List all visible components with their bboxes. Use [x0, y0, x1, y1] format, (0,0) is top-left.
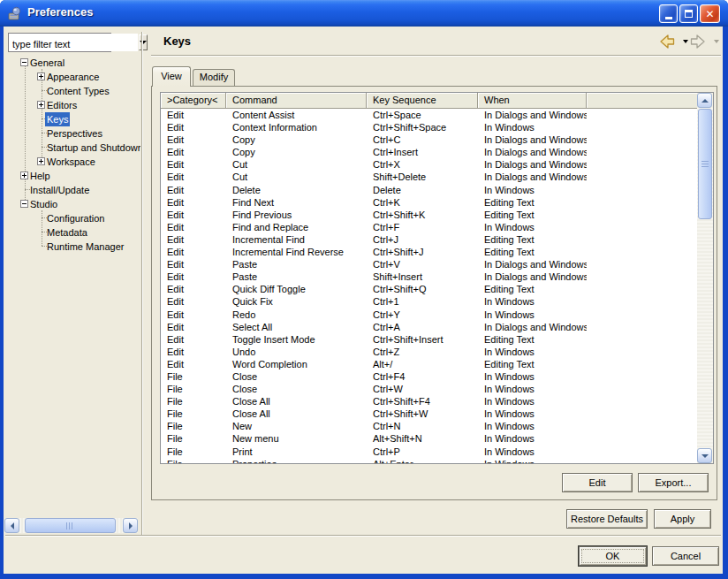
table-row[interactable]: EditFind PreviousCtrl+Shift+KEditing Tex…: [161, 209, 697, 221]
table-cell: Edit: [161, 283, 226, 295]
maximize-button[interactable]: [679, 4, 698, 23]
scrollbar-track[interactable]: [697, 108, 713, 448]
table-cell: [587, 446, 697, 458]
tree-item-perspectives[interactable]: Perspectives: [4, 126, 140, 140]
table-cell: Edit: [161, 309, 226, 321]
table-row[interactable]: EditQuick FixCtrl+1In Windows: [161, 295, 697, 308]
ok-button[interactable]: OK: [579, 546, 647, 566]
table-row[interactable]: FileClose AllCtrl+Shift+WIn Windows: [161, 408, 697, 420]
collapse-icon[interactable]: [20, 200, 28, 208]
cancel-button[interactable]: Cancel: [652, 546, 719, 566]
scrollbar-thumb[interactable]: [698, 109, 712, 219]
edit-button[interactable]: Edit: [562, 473, 633, 492]
close-button[interactable]: ✕: [700, 4, 720, 23]
table-cell: [587, 109, 697, 121]
table-row[interactable]: EditCopyCtrl+CIn Dialogs and Windows: [161, 133, 697, 146]
tree-item-label: Keys: [45, 112, 70, 126]
minimize-button[interactable]: [659, 4, 678, 23]
export-button[interactable]: Export...: [638, 473, 709, 492]
scroll-up-button[interactable]: [697, 93, 712, 108]
tab-modify[interactable]: Modify: [193, 69, 235, 86]
table-row[interactable]: EditRedoCtrl+YIn Windows: [161, 309, 697, 321]
table-cell: Editing Text: [478, 233, 587, 246]
tree-item-studio[interactable]: Studio: [4, 196, 140, 210]
tree-item-general[interactable]: General: [4, 55, 140, 69]
title-bar[interactable]: Preferences ✕: [0, 0, 728, 27]
apply-button[interactable]: Apply: [654, 509, 711, 529]
panel-splitter[interactable]: [141, 32, 143, 535]
table-vertical-scrollbar[interactable]: [697, 93, 713, 463]
table-row[interactable]: FileNewCtrl+NIn Windows: [161, 420, 697, 432]
column-header-key-sequence[interactable]: Key Sequence: [367, 93, 478, 109]
restore-defaults-button[interactable]: Restore Defaults: [566, 509, 648, 529]
table-row[interactable]: EditQuick Diff ToggleCtrl+Shift+QEditing…: [161, 283, 697, 295]
column-header-blank[interactable]: [587, 93, 697, 109]
forward-history-dropdown[interactable]: [714, 40, 719, 43]
table-row[interactable]: EditCutShift+DeleteIn Dialogs and Window…: [161, 171, 697, 183]
table-row[interactable]: FileNew menuAlt+Shift+NIn Windows: [161, 432, 697, 445]
footer-separator: [5, 535, 721, 537]
scrollbar-track[interactable]: [19, 518, 123, 533]
filter-input[interactable]: [9, 34, 138, 51]
tree-item-label: Studio: [28, 197, 59, 211]
table-row[interactable]: EditUndoCtrl+ZIn Windows: [161, 346, 697, 358]
table-row[interactable]: EditIncremental Find ReverseCtrl+Shift+J…: [161, 246, 697, 258]
table-row[interactable]: EditSelect AllCtrl+AIn Dialogs and Windo…: [161, 321, 697, 333]
scrollbar-thumb[interactable]: [25, 518, 116, 533]
expand-icon[interactable]: [20, 171, 28, 179]
table-cell: Edit: [161, 184, 226, 196]
tree-item-help[interactable]: Help: [4, 168, 140, 182]
table-cell: Shift+Delete: [367, 171, 478, 183]
column-header-command[interactable]: Command: [226, 93, 367, 109]
table-cell: Cut: [226, 158, 367, 171]
expand-icon[interactable]: [37, 101, 45, 109]
tree-item-editors[interactable]: Editors: [4, 97, 140, 111]
table-row[interactable]: EditPasteShift+InsertIn Dialogs and Wind…: [161, 270, 697, 283]
filter-dropdown-button[interactable]: [139, 34, 148, 50]
tree-item-metadata[interactable]: Metadata: [4, 225, 140, 239]
table-row[interactable]: EditCutCtrl+XIn Dialogs and Windows: [161, 158, 697, 171]
table-cell: In Dialogs and Windows: [478, 258, 587, 270]
scroll-right-button[interactable]: [123, 518, 138, 533]
column-header-category[interactable]: >Category<: [161, 93, 226, 109]
table-row[interactable]: EditCopyCtrl+InsertIn Dialogs and Window…: [161, 146, 697, 158]
back-button[interactable]: [659, 34, 675, 49]
expand-icon[interactable]: [37, 157, 45, 165]
table-row[interactable]: FileClose AllCtrl+Shift+F4In Windows: [161, 395, 697, 408]
dialog-body: GeneralAppearanceContent TypesEditorsKey…: [4, 27, 723, 574]
tree-item-label: General: [28, 56, 66, 70]
tree-item-configuration[interactable]: Configuration: [4, 210, 140, 225]
tree-horizontal-scrollbar[interactable]: [4, 518, 138, 533]
back-history-dropdown[interactable]: [683, 40, 688, 43]
expand-icon[interactable]: [37, 72, 45, 80]
scroll-down-button[interactable]: [697, 448, 712, 463]
column-header-when[interactable]: When: [478, 93, 587, 109]
table-row[interactable]: EditToggle Insert ModeCtrl+Shift+InsertE…: [161, 333, 697, 346]
table-row[interactable]: EditContent AssistCtrl+SpaceIn Dialogs a…: [161, 109, 697, 121]
tree-item-runtime-manager[interactable]: Runtime Manager: [4, 239, 140, 253]
tree-item-appearance[interactable]: Appearance: [4, 69, 140, 83]
tree-item-keys[interactable]: Keys: [4, 111, 140, 126]
table-row[interactable]: FilePrintCtrl+PIn Windows: [161, 446, 697, 458]
table-row[interactable]: EditFind NextCtrl+KEditing Text: [161, 196, 697, 209]
tree-item-content-types[interactable]: Content Types: [4, 83, 140, 97]
table-row[interactable]: EditPasteCtrl+VIn Dialogs and Windows: [161, 258, 697, 270]
table-row[interactable]: EditDeleteDeleteIn Windows: [161, 184, 697, 196]
scroll-left-button[interactable]: [4, 518, 19, 533]
table-cell: In Dialogs and Windows: [478, 109, 587, 121]
table-row[interactable]: FilePropertiesAlt+EnterIn Windows: [161, 458, 697, 463]
table-cell: Ctrl+F: [367, 221, 478, 233]
tree-item-startup-and-shutdown[interactable]: Startup and Shutdown: [4, 140, 140, 154]
table-row[interactable]: FileCloseCtrl+F4In Windows: [161, 370, 697, 383]
table-row[interactable]: FileCloseCtrl+WIn Windows: [161, 383, 697, 395]
tree-item-install-update[interactable]: Install/Update: [4, 182, 140, 196]
forward-button[interactable]: [690, 34, 706, 49]
collapse-icon[interactable]: [20, 58, 28, 66]
table-row[interactable]: EditContext InformationCtrl+Shift+SpaceI…: [161, 121, 697, 133]
table-row[interactable]: EditFind and ReplaceCtrl+FIn Windows: [161, 221, 697, 233]
tab-view[interactable]: View: [152, 66, 191, 87]
tree-item-workspace[interactable]: Workspace: [4, 154, 140, 168]
table-row[interactable]: EditIncremental FindCtrl+JEditing Text: [161, 233, 697, 246]
table-row[interactable]: EditWord CompletionAlt+/Editing Text: [161, 358, 697, 370]
table-cell: In Windows: [478, 420, 587, 432]
